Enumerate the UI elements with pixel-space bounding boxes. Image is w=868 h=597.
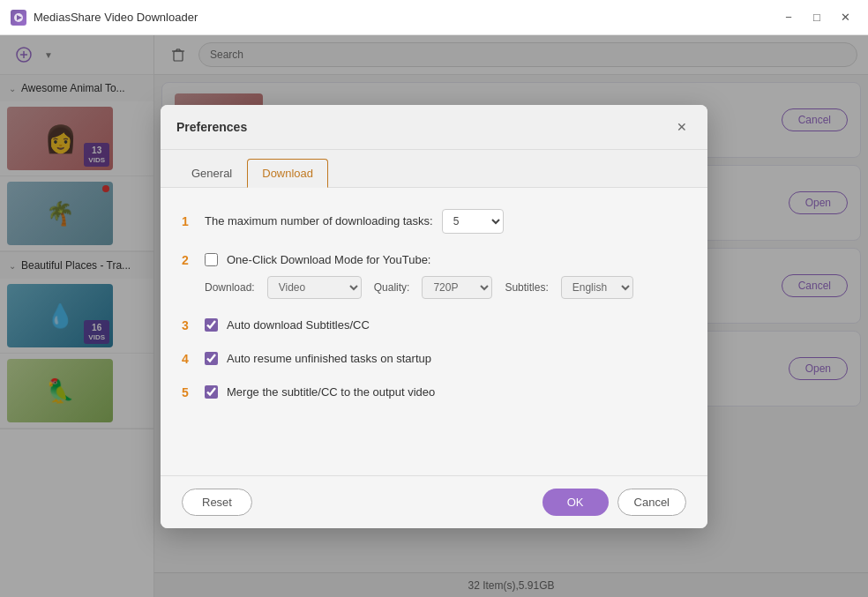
- tab-download[interactable]: Download: [247, 159, 328, 188]
- titlebar-controls: − □ ✕: [776, 8, 857, 27]
- setting-row-merge-subtitle: 5 Merge the subtitle/CC to the output vi…: [182, 385, 686, 399]
- auto-subtitles-checkbox[interactable]: [205, 318, 218, 332]
- setting-num-3: 3: [182, 318, 196, 332]
- footer-right-buttons: OK Cancel: [542, 489, 686, 516]
- close-window-button[interactable]: ✕: [833, 8, 857, 27]
- app-icon: [11, 10, 26, 26]
- quality-sublabel: Quality:: [374, 281, 410, 294]
- setting-num-5: 5: [182, 385, 196, 399]
- setting-row-auto-subtitles: 3 Auto download Subtitles/CC: [182, 318, 686, 332]
- modal-overlay: Preferences ✕ General Download 1 The max…: [0, 35, 868, 597]
- modal-header: Preferences ✕: [161, 105, 707, 150]
- titlebar: MediasShare Video Downloader − □ ✕: [0, 0, 868, 35]
- titlebar-left: MediasShare Video Downloader: [11, 10, 198, 26]
- download-type-select[interactable]: VideoAudioVideo+Audio: [267, 276, 362, 299]
- modal-body: 1 The maximum number of downloading task…: [161, 188, 707, 475]
- setting-label-merge-subtitle: Merge the subtitle/CC to the output vide…: [227, 385, 435, 399]
- app-title: MediasShare Video Downloader: [34, 11, 198, 24]
- modal-close-button[interactable]: ✕: [672, 117, 692, 137]
- setting-num-4: 4: [182, 352, 196, 366]
- quality-select[interactable]: 360P480P720P1080P4K: [422, 276, 492, 299]
- reset-button[interactable]: Reset: [182, 489, 252, 516]
- setting-row-auto-resume: 4 Auto resume unfinished tasks on startu…: [182, 352, 686, 366]
- tab-general[interactable]: General: [176, 159, 247, 188]
- modal-title: Preferences: [176, 120, 247, 134]
- ok-button[interactable]: OK: [542, 489, 609, 516]
- setting-num-2: 2: [182, 253, 196, 267]
- setting-num-1: 1: [182, 214, 196, 228]
- subtitles-select[interactable]: EnglishSpanishFrenchGermanNone: [561, 276, 633, 299]
- subtitles-sublabel: Subtitles:: [505, 281, 548, 294]
- minimize-button[interactable]: −: [776, 8, 801, 27]
- one-click-header: 2 One-Click Download Mode for YouTube:: [182, 253, 686, 267]
- app-body: ▼ ⌄ Awesome Animal To... 👩: [0, 35, 868, 597]
- download-sublabel: Download:: [205, 281, 255, 294]
- maximize-button[interactable]: □: [804, 8, 829, 27]
- one-click-sub-options: Download: VideoAudioVideo+Audio Quality:…: [182, 276, 686, 299]
- setting-row-one-click: 2 One-Click Download Mode for YouTube: D…: [182, 253, 686, 299]
- cancel-dialog-button[interactable]: Cancel: [617, 489, 686, 516]
- preferences-modal: Preferences ✕ General Download 1 The max…: [161, 105, 707, 528]
- max-tasks-select[interactable]: 12345678: [442, 209, 504, 234]
- setting-label-auto-resume: Auto resume unfinished tasks on startup: [227, 352, 431, 365]
- setting-label-one-click: One-Click Download Mode for YouTube:: [227, 253, 430, 266]
- setting-row-max-tasks: 1 The maximum number of downloading task…: [182, 209, 686, 234]
- one-click-checkbox[interactable]: [205, 253, 218, 266]
- modal-tabs: General Download: [161, 150, 707, 188]
- setting-label-max-tasks: The maximum number of downloading tasks:: [205, 214, 433, 228]
- merge-subtitle-checkbox[interactable]: [205, 385, 218, 399]
- modal-footer: Reset OK Cancel: [161, 475, 707, 528]
- setting-label-auto-subtitles: Auto download Subtitles/CC: [227, 318, 370, 332]
- auto-resume-checkbox[interactable]: [205, 352, 218, 365]
